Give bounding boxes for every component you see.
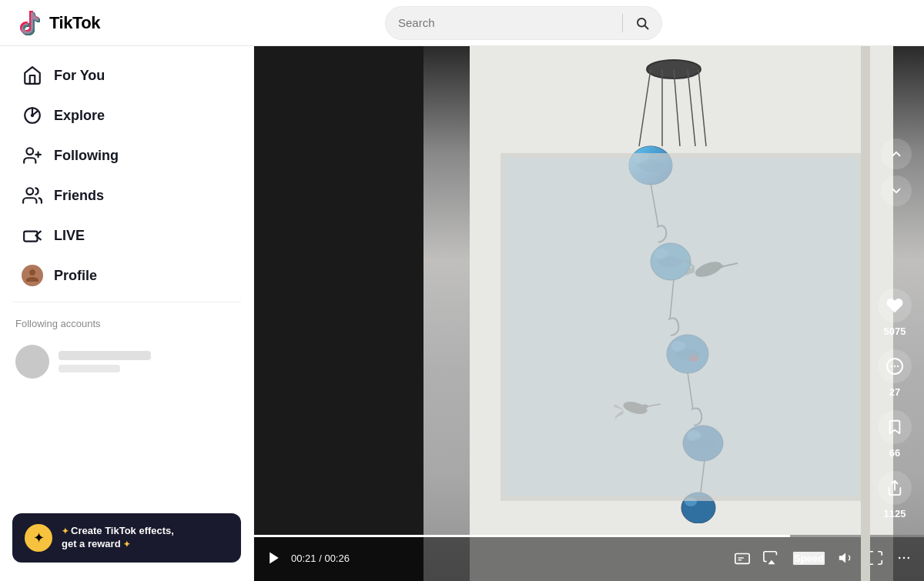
svg-line-12 <box>639 69 651 146</box>
search-bar[interactable] <box>385 6 662 40</box>
bookmark-count: 66 <box>889 447 900 459</box>
share-count: 1125 <box>884 508 906 519</box>
share-icon <box>886 479 903 496</box>
sidebar-item-profile[interactable]: Profile <box>6 257 247 294</box>
comment-count: 27 <box>889 386 900 398</box>
create-effects-banner[interactable]: ✦ ✦ Create TikTok effects, get a reward … <box>12 513 241 563</box>
search-button[interactable] <box>635 16 649 30</box>
svg-marker-49 <box>839 553 845 563</box>
nav-arrows <box>881 139 912 206</box>
svg-marker-48 <box>768 560 775 565</box>
sidebar-item-following[interactable]: Following <box>6 137 247 174</box>
explore-label: Explore <box>54 108 105 124</box>
profile-label: Profile <box>54 268 97 284</box>
controls-right: Speed <box>734 549 912 566</box>
following-accounts-title: Following accounts <box>15 318 238 329</box>
sidebar-item-friends[interactable]: Friends <box>6 177 247 214</box>
captions-button[interactable] <box>734 549 751 566</box>
airplay-button[interactable] <box>763 549 780 566</box>
bookmark-button[interactable]: 66 <box>878 410 912 459</box>
search-icon <box>635 16 649 30</box>
more-options-button[interactable] <box>896 550 912 566</box>
bookmark-icon <box>886 419 903 436</box>
svg-point-50 <box>899 557 901 559</box>
next-video-button[interactable] <box>881 175 912 206</box>
search-divider <box>622 14 623 32</box>
following-label: Following <box>54 148 119 164</box>
svg-rect-10 <box>24 232 37 242</box>
svg-point-51 <box>903 557 906 559</box>
chevron-down-icon <box>889 184 903 198</box>
logo-text: TikTok <box>49 13 100 33</box>
account-name-placeholder <box>59 351 151 360</box>
effects-icon: ✦ <box>25 524 52 552</box>
sparkle-icon-2: ✦ <box>123 539 130 549</box>
tiktok-logo-icon <box>18 11 43 35</box>
live-label: LIVE <box>54 228 85 244</box>
chevron-up-icon <box>889 147 903 161</box>
avatar <box>15 345 49 379</box>
comment-button[interactable]: 27 <box>878 349 912 398</box>
account-handle-placeholder <box>59 365 120 372</box>
volume-button[interactable] <box>838 549 855 566</box>
svg-line-14 <box>674 69 680 146</box>
progress-bar-container[interactable] <box>254 535 924 537</box>
svg-line-16 <box>698 69 706 146</box>
svg-line-1 <box>645 25 648 28</box>
for-you-label: For You <box>54 68 105 84</box>
volume-icon <box>838 549 855 566</box>
svg-point-41 <box>894 366 896 367</box>
logo-area[interactable]: TikTok <box>18 11 142 35</box>
play-pause-button[interactable] <box>266 550 282 566</box>
sidebar-item-live[interactable]: LIVE <box>6 217 247 254</box>
previous-video-button[interactable] <box>881 139 912 169</box>
share-icon-circle <box>878 471 912 505</box>
action-buttons: 5075 27 <box>878 289 912 519</box>
sidebar-item-explore[interactable]: Explore <box>6 97 247 134</box>
video-content: 5075 27 <box>254 46 924 581</box>
profile-avatar <box>22 265 43 286</box>
ellipsis-icon <box>896 550 912 566</box>
header: TikTok <box>0 0 924 46</box>
sidebar-divider <box>12 302 241 302</box>
captions-icon <box>734 549 751 566</box>
progress-bar-fill <box>254 535 790 537</box>
door-frame <box>861 46 870 581</box>
comment-icon <box>886 357 904 376</box>
home-icon <box>22 65 43 86</box>
svg-point-9 <box>26 188 33 195</box>
like-button[interactable]: 5075 <box>878 289 912 337</box>
speed-button[interactable]: Speed <box>792 551 825 566</box>
svg-marker-44 <box>270 553 279 564</box>
svg-point-40 <box>891 366 892 367</box>
sidebar: For You Explore <box>0 46 254 581</box>
main-layout: For You Explore <box>0 46 924 581</box>
sparkle-icon: ✦ <box>62 526 71 536</box>
svg-point-0 <box>638 18 646 27</box>
svg-point-52 <box>908 557 910 559</box>
bookmark-icon-circle <box>878 410 912 444</box>
glass-door <box>500 153 862 501</box>
friends-label: Friends <box>54 188 104 204</box>
search-container <box>142 6 906 40</box>
friends-icon <box>22 185 43 206</box>
list-item[interactable] <box>15 340 238 383</box>
svg-point-42 <box>897 366 899 367</box>
svg-rect-45 <box>735 554 749 564</box>
play-icon <box>266 550 282 566</box>
svg-line-15 <box>688 69 695 146</box>
following-accounts-section: Following accounts <box>0 309 253 389</box>
following-icon <box>22 145 43 166</box>
airplay-icon <box>763 549 780 566</box>
share-button[interactable]: 1125 <box>878 471 912 519</box>
sidebar-item-for-you[interactable]: For You <box>6 57 247 94</box>
sidebar-bottom: ✦ ✦ Create TikTok effects, get a reward … <box>0 504 253 572</box>
time-display: 00:21 / 00:26 <box>291 553 350 564</box>
live-icon <box>22 225 43 246</box>
video-controls: 00:21 / 00:26 <box>254 535 924 581</box>
comment-icon-circle <box>878 349 912 383</box>
like-count: 5075 <box>884 326 906 337</box>
search-input[interactable] <box>398 16 610 29</box>
video-left-panel <box>254 46 424 581</box>
explore-icon <box>22 105 43 126</box>
